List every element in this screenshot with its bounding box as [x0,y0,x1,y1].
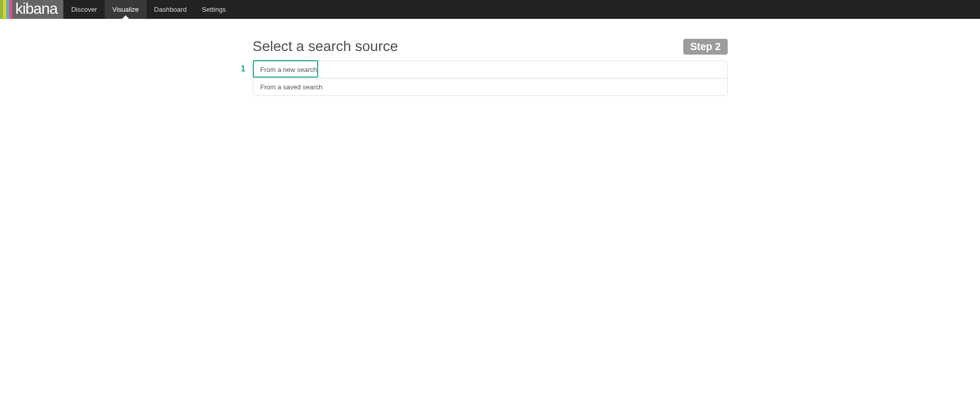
nav-items: Discover Visualize Dashboard Settings [63,0,233,19]
logo-stripes-icon [0,0,12,19]
nav-label: Discover [71,6,97,13]
nav-settings[interactable]: Settings [194,0,233,19]
nav-label: Dashboard [154,6,187,13]
page-title: Select a search source [253,38,398,55]
title-row: Select a search source Step 2 [253,38,728,55]
nav-label: Visualize [112,6,139,13]
brand-text: kibana [15,0,57,18]
option-label: From a new search [260,66,317,73]
step-badge: Step 2 [683,39,727,55]
search-source-list: From a new search From a saved search 1 [253,61,728,96]
main-content: Select a search source Step 2 From a new… [253,38,728,96]
option-saved-search[interactable]: From a saved search [253,78,727,95]
option-new-search[interactable]: From a new search [253,61,727,78]
top-navbar: kibana Discover Visualize Dashboard Sett… [0,0,980,19]
option-label: From a saved search [260,83,323,91]
brand-logo[interactable]: kibana [0,0,63,19]
nav-discover[interactable]: Discover [63,0,105,19]
nav-visualize[interactable]: Visualize [105,0,147,19]
nav-dashboard[interactable]: Dashboard [147,0,195,19]
nav-label: Settings [202,6,226,13]
annotation-number: 1 [241,64,246,73]
